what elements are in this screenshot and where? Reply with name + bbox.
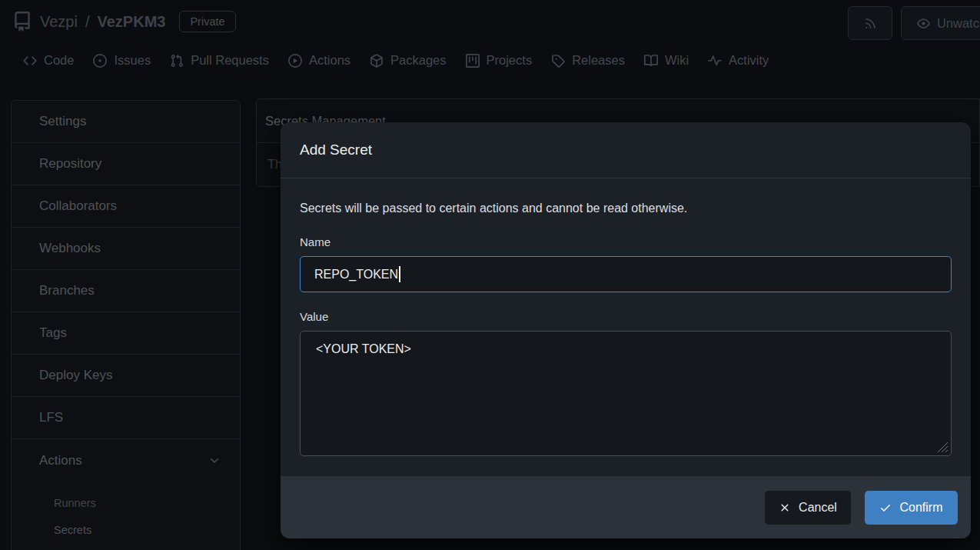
rss-feed-button[interactable]	[848, 6, 892, 40]
tab-releases[interactable]: Releases	[551, 53, 625, 68]
sidebar-item-label: Tags	[39, 325, 67, 341]
actions-submenu: Runners Secrets	[12, 482, 240, 543]
rss-icon	[864, 17, 877, 30]
settings-sidebar: Settings Repository Collaborators Webhoo…	[11, 100, 241, 550]
tab-pull-requests[interactable]: Pull Requests	[170, 53, 269, 68]
book-icon	[644, 54, 658, 68]
repo-owner-link[interactable]: Vezpi	[40, 13, 78, 31]
sidebar-item-actions[interactable]: Actions	[12, 439, 240, 482]
check-icon	[879, 502, 892, 514]
tab-label: Actions	[309, 53, 350, 68]
sidebar-item-settings[interactable]: Settings	[12, 101, 240, 143]
sidebar-item-label: LFS	[39, 410, 63, 425]
tag-icon	[551, 54, 565, 68]
modal-title: Add Secret	[300, 142, 372, 158]
secret-name-value: REPO_TOKEN	[314, 268, 398, 282]
tab-wiki[interactable]: Wiki	[644, 53, 689, 68]
modal-footer: Cancel Confirm	[281, 476, 971, 538]
sidebar-item-collaborators[interactable]: Collaborators	[12, 185, 240, 228]
tab-label: Activity	[729, 53, 769, 68]
cancel-button[interactable]: Cancel	[765, 491, 851, 525]
value-field-label: Value	[300, 310, 328, 323]
chevron-down-icon	[208, 455, 221, 467]
tab-projects[interactable]: Projects	[466, 53, 533, 68]
confirm-label: Confirm	[899, 501, 942, 515]
sidebar-item-repository[interactable]: Repository	[12, 143, 240, 185]
modal-description: Secrets will be passed to certain action…	[300, 202, 952, 215]
play-circle-icon	[288, 54, 302, 68]
sidebar-item-label: Branches	[39, 283, 95, 298]
sidebar-subitem-secrets[interactable]: Secrets	[12, 516, 240, 543]
tab-label: Wiki	[665, 53, 689, 68]
name-field-label: Name	[300, 235, 331, 248]
sidebar-subitem-label: Runners	[54, 497, 96, 509]
pulse-icon	[708, 54, 722, 68]
unwatch-label: Unwatch	[937, 16, 980, 31]
package-icon	[370, 54, 384, 68]
tab-activity[interactable]: Activity	[708, 53, 769, 68]
sidebar-item-lfs[interactable]: LFS	[12, 397, 240, 439]
secret-value-textarea[interactable]: <YOUR TOKEN>	[300, 331, 952, 456]
sidebar-item-deploy-keys[interactable]: Deploy Keys	[12, 355, 240, 397]
visibility-badge: Private	[179, 11, 235, 32]
tab-label: Issues	[114, 53, 151, 68]
secret-name-input[interactable]: REPO_TOKEN	[300, 256, 952, 292]
repo-path-separator: /	[85, 13, 90, 31]
sidebar-item-label: Webhooks	[39, 241, 101, 256]
sidebar-item-label: Actions	[39, 453, 82, 468]
sidebar-item-tags[interactable]: Tags	[12, 312, 240, 355]
tab-label: Releases	[572, 53, 625, 68]
confirm-button[interactable]: Confirm	[865, 491, 958, 525]
sidebar-item-label: Repository	[39, 156, 101, 172]
secret-value-content: <YOUR TOKEN>	[316, 342, 411, 355]
add-secret-modal: Add Secret Secrets will be passed to cer…	[281, 122, 971, 538]
project-board-icon	[466, 54, 480, 68]
unwatch-button[interactable]: Unwatch	[901, 6, 980, 40]
tab-actions[interactable]: Actions	[288, 53, 350, 68]
code-icon	[23, 54, 37, 68]
repo-icon	[12, 12, 32, 32]
sidebar-item-branches[interactable]: Branches	[12, 270, 240, 312]
tab-issues[interactable]: Issues	[93, 53, 151, 68]
tab-code[interactable]: Code	[23, 53, 74, 68]
sidebar-item-label: Collaborators	[39, 198, 117, 214]
sidebar-item-label: Settings	[39, 114, 86, 129]
tab-label: Pull Requests	[191, 53, 269, 68]
text-caret	[399, 266, 400, 282]
git-pull-request-icon	[170, 54, 184, 68]
repo-tab-bar: Code Issues Pull Requests Actions Packag…	[23, 53, 769, 68]
sidebar-subitem-label: Secrets	[54, 524, 91, 536]
eye-icon	[917, 17, 930, 30]
tab-label: Packages	[390, 53, 446, 68]
sidebar-item-webhooks[interactable]: Webhooks	[12, 228, 240, 270]
tab-label: Projects	[487, 53, 533, 68]
tab-packages[interactable]: Packages	[370, 53, 446, 68]
x-icon	[779, 502, 791, 514]
repo-name-link[interactable]: VezPKM3	[98, 13, 166, 31]
modal-header: Add Secret	[281, 122, 971, 178]
tab-label: Code	[44, 53, 74, 68]
sidebar-subitem-runners[interactable]: Runners	[12, 489, 240, 516]
sidebar-item-label: Deploy Keys	[39, 368, 112, 383]
resize-handle[interactable]	[935, 440, 948, 453]
repo-header: Vezpi / VezPKM3 Private Unwatch	[0, 0, 980, 46]
issue-opened-icon	[93, 54, 107, 68]
repo-title: Vezpi / VezPKM3 Private	[12, 11, 236, 32]
cancel-label: Cancel	[799, 501, 837, 515]
